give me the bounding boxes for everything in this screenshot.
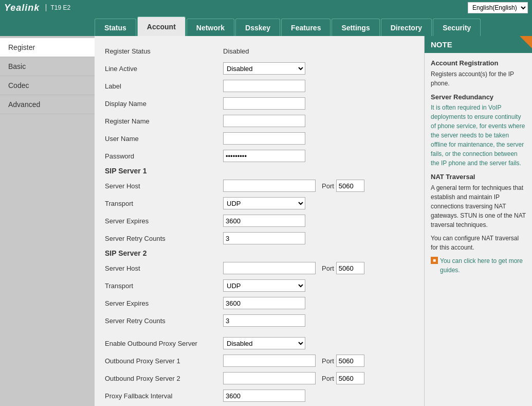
- sip-server-2-header: SIP Server 2: [105, 249, 414, 257]
- server-retry-1-label: Server Retry Counts: [105, 235, 223, 242]
- tab-dsskey[interactable]: Dsskey: [235, 19, 280, 36]
- transport-2-row: Transport UDP TCP TLS DNS-NAPTR: [105, 279, 414, 292]
- server-retry-1-row: Server Retry Counts 3: [105, 232, 414, 245]
- outbound-proxy-1-group: Port 5060: [223, 355, 364, 367]
- server-expires-2-input[interactable]: 3600: [223, 297, 305, 309]
- tab-settings[interactable]: Settings: [332, 19, 379, 36]
- note-nat-title: NAT Traversal: [431, 172, 526, 182]
- language-select[interactable]: English(English): [468, 2, 528, 13]
- sip-server-1-header: SIP Server 1: [105, 167, 414, 175]
- logo-area: Yealink T19 E2: [4, 3, 70, 13]
- outbound-proxy-2-group: Port 5060: [223, 372, 364, 384]
- port-2-label: Port: [322, 264, 334, 272]
- server-host-2-label: Server Host: [105, 264, 223, 272]
- server-retry-2-label: Server Retry Counts: [105, 317, 223, 325]
- tab-features[interactable]: Features: [281, 19, 331, 36]
- label-input[interactable]: [223, 80, 305, 92]
- port-proxy-2-label: Port: [322, 375, 334, 382]
- transport-1-row: Transport UDP TCP TLS DNS-NAPTR: [105, 197, 414, 210]
- server-expires-1-input[interactable]: 3600: [223, 215, 305, 227]
- port-proxy-1-label: Port: [322, 357, 334, 365]
- tab-account[interactable]: Account: [137, 16, 186, 36]
- register-status-label: Register Status: [105, 47, 223, 55]
- password-label: Password: [105, 152, 223, 160]
- register-status-value: Disabled: [223, 47, 249, 55]
- server-expires-2-row: Server Expires 3600: [105, 296, 414, 310]
- logo-model: T19 E2: [46, 4, 70, 11]
- tab-network[interactable]: Network: [187, 19, 234, 36]
- register-name-row: Register Name: [105, 114, 414, 128]
- server-host-1-input[interactable]: [223, 180, 316, 192]
- transport-2-select[interactable]: UDP TCP TLS DNS-NAPTR: [223, 279, 305, 292]
- user-name-input[interactable]: [223, 132, 305, 145]
- enable-outbound-proxy-select[interactable]: Disabled Enabled: [223, 337, 305, 349]
- port-2-input[interactable]: 5060: [336, 262, 364, 274]
- label-row: Label: [105, 79, 414, 93]
- proxy-fallback-row: Proxy Fallback Interval 3600: [105, 389, 414, 402]
- display-name-row: Display Name: [105, 97, 414, 110]
- note-nat-extra: You can configure NAT traversal for this…: [431, 234, 526, 252]
- proxy-fallback-label: Proxy Fallback Interval: [105, 392, 223, 400]
- password-input[interactable]: [223, 150, 305, 162]
- sidebar-item-advanced[interactable]: Advanced: [0, 95, 95, 114]
- guide-icon: ■: [431, 257, 438, 264]
- sidebar: Register Basic Codec Advanced: [0, 36, 95, 406]
- enable-outbound-proxy-label: Enable Outbound Proxy Server: [105, 340, 223, 347]
- tab-directory[interactable]: Directory: [381, 19, 432, 36]
- line-active-row: Line Active Disabled Enabled: [105, 62, 414, 75]
- port-proxy-2-input[interactable]: 5060: [336, 372, 364, 384]
- register-status-row: Register Status Disabled: [105, 44, 414, 58]
- server-retry-2-row: Server Retry Counts 3: [105, 314, 414, 327]
- user-name-label: User Name: [105, 135, 223, 143]
- outbound-proxy-1-row: Outbound Proxy Server 1 Port 5060: [105, 354, 414, 367]
- tab-security[interactable]: Security: [433, 19, 481, 36]
- outbound-proxy-2-input[interactable]: [223, 372, 316, 384]
- server-expires-1-row: Server Expires 3600: [105, 214, 414, 227]
- sidebar-item-register[interactable]: Register: [0, 38, 95, 57]
- note-guide-text: You can click here to get more guides.: [440, 256, 526, 275]
- server-host-2-row: Server Host Port 5060: [105, 261, 414, 275]
- sidebar-item-basic[interactable]: Basic: [0, 57, 95, 76]
- tab-status[interactable]: Status: [95, 19, 136, 36]
- label-label: Label: [105, 82, 223, 90]
- server-expires-1-label: Server Expires: [105, 217, 223, 225]
- server-host-2-input[interactable]: [223, 262, 316, 274]
- register-name-label: Register Name: [105, 117, 223, 125]
- note-content: Account Registration Registers account(s…: [425, 53, 532, 280]
- note-guide-link[interactable]: ■ You can click here to get more guides.: [431, 256, 526, 275]
- transport-1-select[interactable]: UDP TCP TLS DNS-NAPTR: [223, 197, 305, 209]
- note-corner-decoration: [520, 36, 532, 48]
- display-name-input[interactable]: [223, 97, 305, 110]
- enable-outbound-proxy-row: Enable Outbound Proxy Server Disabled En…: [105, 337, 414, 350]
- display-name-label: Display Name: [105, 100, 223, 108]
- note-account-reg-title: Account Registration: [431, 58, 526, 68]
- user-name-row: User Name: [105, 132, 414, 145]
- server-host-1-group: Port 5060: [223, 180, 364, 192]
- note-account-reg-text: Registers account(s) for the IP phone.: [431, 69, 526, 88]
- line-active-label: Line Active: [105, 65, 223, 73]
- content-area: Register Status Disabled Line Active Dis…: [95, 36, 424, 406]
- note-nat-text: A general term for techniques that estab…: [431, 183, 526, 230]
- port-1-input[interactable]: 5060: [336, 180, 364, 192]
- logo-brand: Yealink: [4, 3, 40, 13]
- port-proxy-1-input[interactable]: 5060: [336, 355, 364, 367]
- nav-tabs: Status Account Network Dsskey Features S…: [0, 15, 532, 36]
- sidebar-item-codec[interactable]: Codec: [0, 76, 95, 95]
- server-retry-2-input[interactable]: 3: [223, 314, 305, 327]
- outbound-proxy-2-label: Outbound Proxy Server 2: [105, 375, 223, 382]
- outbound-proxy-2-row: Outbound Proxy Server 2 Port 5060: [105, 372, 414, 385]
- transport-2-label: Transport: [105, 282, 223, 290]
- line-active-select[interactable]: Disabled Enabled: [223, 62, 305, 75]
- outbound-proxy-1-input[interactable]: [223, 355, 316, 367]
- language-selector-area: English(English): [468, 2, 528, 13]
- top-bar: Yealink T19 E2 English(English): [0, 0, 532, 15]
- note-server-red-title: Server Redundancy: [431, 92, 526, 102]
- server-host-1-label: Server Host: [105, 182, 223, 190]
- server-host-2-group: Port 5060: [223, 262, 364, 274]
- server-host-1-row: Server Host Port 5060: [105, 179, 414, 192]
- note-server-red-text: It is often required in VoIP deployments…: [431, 103, 526, 168]
- port-1-label: Port: [322, 182, 334, 190]
- register-name-input[interactable]: [223, 115, 305, 127]
- server-retry-1-input[interactable]: 3: [223, 232, 305, 244]
- proxy-fallback-input[interactable]: 3600: [223, 390, 305, 402]
